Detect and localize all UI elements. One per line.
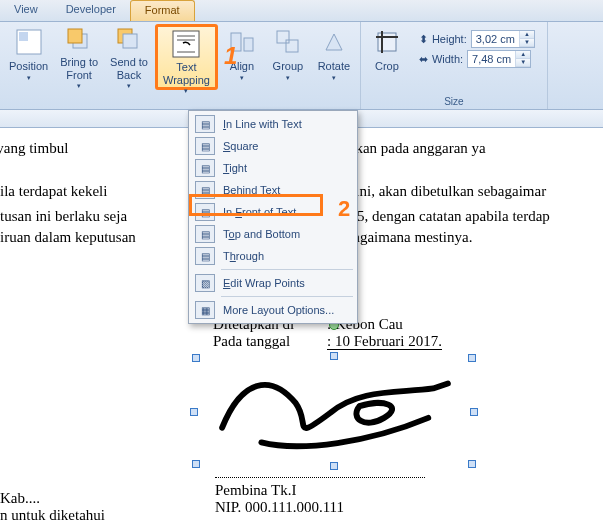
svg-rect-10 — [286, 40, 298, 52]
ribbon-tabs: View Developer Format — [0, 0, 603, 22]
send-back-icon — [113, 26, 145, 54]
kab-text: Kab.... — [0, 490, 105, 507]
rotate-icon — [318, 26, 350, 58]
width-input[interactable]: 7,48 cm▲▼ — [467, 50, 531, 68]
send-to-back-button[interactable]: Send to Back▾ — [105, 24, 153, 90]
bring-to-front-button[interactable]: Bring to Front▾ — [55, 24, 103, 90]
crop-icon — [371, 26, 403, 58]
crop-button[interactable]: Crop — [365, 24, 409, 90]
svg-rect-1 — [19, 32, 28, 41]
width-down[interactable]: ▼ — [516, 59, 530, 67]
tab-developer[interactable]: Developer — [52, 0, 130, 21]
svg-rect-9 — [277, 31, 289, 43]
through-icon: ▤ — [195, 247, 215, 265]
height-label: Height: — [432, 33, 467, 45]
svg-rect-3 — [68, 29, 82, 43]
tight-icon: ▤ — [195, 159, 215, 177]
infront-icon: ▤ — [195, 203, 215, 221]
rank-text: Pembina Tk.I — [215, 482, 344, 499]
svg-rect-8 — [244, 38, 253, 51]
topbot-icon: ▤ — [195, 225, 215, 243]
ribbon: Position▾ Bring to Front▾ Send to Back▾ … — [0, 22, 603, 110]
date-value: : 10 Februari 2017. — [327, 333, 442, 350]
width-up[interactable]: ▲ — [516, 51, 530, 59]
size-group-label: Size — [365, 94, 543, 109]
signature-image[interactable] — [200, 358, 470, 466]
nip-text: NIP. 000.111.000.111 — [215, 499, 344, 516]
callout-1: 1 — [224, 42, 237, 70]
more-icon: ▦ — [195, 301, 215, 319]
date-label: Pada tanggal — [213, 333, 323, 350]
group-icon — [272, 26, 304, 58]
position-icon — [13, 26, 45, 58]
text-wrapping-button[interactable]: Text Wrapping▾ — [155, 24, 218, 90]
text-wrap-icon — [170, 29, 202, 59]
height-icon: ⬍ — [419, 33, 428, 46]
menu-separator — [221, 269, 353, 270]
svg-marker-11 — [326, 34, 342, 50]
wrap-behind[interactable]: ▤Behind Text — [191, 179, 355, 201]
square-icon: ▤ — [195, 137, 215, 155]
sel-handle-r[interactable] — [470, 408, 478, 416]
sel-handle-tl[interactable] — [192, 354, 200, 362]
callout-2: 2 — [338, 196, 350, 222]
wrap-square[interactable]: ▤Square — [191, 135, 355, 157]
svg-rect-5 — [123, 34, 137, 48]
bring-front-icon — [63, 26, 95, 54]
wrap-tight[interactable]: ▤Tight — [191, 157, 355, 179]
svg-rect-12 — [378, 33, 396, 51]
tab-view[interactable]: View — [0, 0, 52, 21]
wrap-edit-points[interactable]: ▧Edit Wrap Points — [191, 272, 355, 294]
editpts-icon: ▧ — [195, 274, 215, 292]
wrap-topbottom[interactable]: ▤Top and Bottom — [191, 223, 355, 245]
group-button[interactable]: Group▾ — [266, 24, 310, 90]
wrap-more-options[interactable]: ▦More Layout Options... — [191, 299, 355, 321]
tab-format[interactable]: Format — [130, 0, 195, 21]
wrap-through[interactable]: ▤Through — [191, 245, 355, 267]
behind-icon: ▤ — [195, 181, 215, 199]
height-input[interactable]: 3,02 cm▲▼ — [471, 30, 535, 48]
height-up[interactable]: ▲ — [520, 31, 534, 39]
position-button[interactable]: Position▾ — [4, 24, 53, 90]
dotted-line — [215, 464, 425, 478]
wrap-inline[interactable]: ▤IIn Line with Textn Line with Text — [191, 113, 355, 135]
sel-handle-l[interactable] — [190, 408, 198, 416]
menu-separator — [221, 296, 353, 297]
width-label: Width: — [432, 53, 463, 65]
svg-rect-6 — [173, 31, 199, 57]
width-icon: ⬌ — [419, 53, 428, 66]
sel-handle-bl[interactable] — [192, 460, 200, 468]
inline-icon: ▤ — [195, 115, 215, 133]
untuk-text: n untuk diketahui — [0, 507, 105, 524]
text-wrap-menu: ▤IIn Line with Textn Line with Text ▤Squ… — [188, 110, 358, 324]
wrap-infront[interactable]: ▤In Front of Text — [191, 201, 355, 223]
rotate-button[interactable]: Rotate▾ — [312, 24, 356, 90]
height-down[interactable]: ▼ — [520, 39, 534, 47]
size-controls: ⬍ Height: 3,02 cm▲▼ ⬌ Width: 7,48 cm▲▼ — [411, 24, 543, 90]
